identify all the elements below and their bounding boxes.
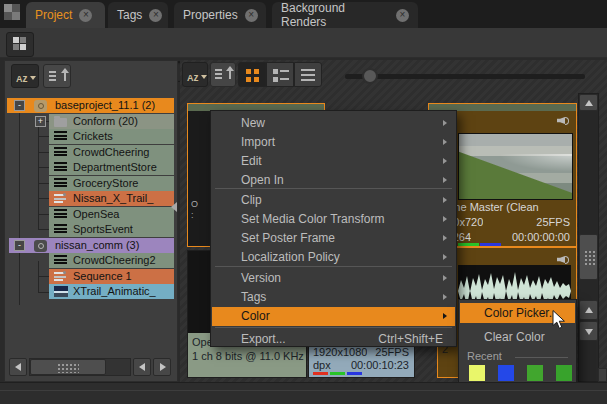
tree-row-nissan-comm[interactable]: - nissan_comm (3) (7, 238, 174, 253)
grid-sort-order-button[interactable] (210, 62, 236, 87)
menu-item-clip[interactable]: Clip (212, 191, 455, 210)
tree-sort-order-button[interactable] (43, 64, 71, 88)
vscroll-up-button[interactable] (579, 94, 598, 111)
close-icon[interactable]: × (149, 9, 162, 22)
scrollbar-corner (598, 368, 607, 382)
tree-row-departmentstore[interactable]: DepartmentStore (7, 160, 174, 175)
audio-clip-icon (54, 147, 67, 158)
hscroll-left-button[interactable] (9, 358, 27, 376)
tab-tags[interactable]: Tags × (108, 2, 168, 28)
tree-row-grocerystore[interactable]: GroceryStore (7, 176, 174, 191)
sort-ascending-icon (64, 69, 66, 81)
menu-separator (215, 327, 452, 328)
tree-row-nissan-x-trail[interactable]: Nissan_X_Trail_ (7, 191, 174, 206)
context-menu: New Import Edit Open In Clip Set Media C… (210, 110, 457, 347)
tab-properties[interactable]: Properties × (174, 2, 266, 28)
audio-clip-icon (54, 224, 67, 235)
submenu-arrow-icon (443, 158, 447, 164)
view-layout-button[interactable] (6, 32, 34, 57)
color-swatch[interactable] (498, 365, 514, 381)
expander-icon[interactable]: + (35, 116, 46, 127)
menu-item-set-poster-frame[interactable]: Set Poster Frame (212, 229, 455, 248)
menu-item-edit[interactable]: Edit (212, 152, 455, 171)
color-swatch[interactable] (469, 365, 485, 381)
menu-item-color[interactable]: Color (212, 307, 455, 326)
clip-thumbnail (458, 133, 573, 200)
chevron-down-icon (201, 75, 207, 79)
tree-sort-alpha-button[interactable]: Az (11, 64, 39, 88)
audio-clip-icon (54, 178, 67, 189)
color-swatch[interactable] (556, 365, 572, 381)
submenu-arrow-icon (443, 197, 447, 203)
vscroll-step-up-button[interactable] (579, 300, 598, 320)
color-swatch[interactable] (527, 365, 543, 381)
tree-row-conform[interactable]: + Conform (20) (7, 114, 174, 129)
panel-layout-icon[interactable] (4, 4, 20, 20)
pane-collapse-arrow[interactable] (171, 202, 177, 212)
tree-row-crowdcheering2[interactable]: CrowdCheering2 (7, 253, 174, 268)
menu-item-set-media-color-transform[interactable]: Set Media Color Transform (212, 210, 455, 229)
expander-icon[interactable]: - (14, 100, 25, 111)
sequence-icon (54, 271, 67, 282)
menu-item-import[interactable]: Import (212, 133, 455, 152)
tree-row-crickets[interactable]: Crickets (7, 129, 174, 144)
menu-item-new[interactable]: New (212, 114, 455, 133)
grip-dots-icon (584, 250, 595, 267)
sort-az-icon: Az (187, 73, 199, 83)
menu-separator (215, 266, 452, 267)
sort-az-icon: Az (16, 74, 28, 84)
project-bin-window: Project × Tags × Properties × Background… (0, 0, 607, 404)
status-bar-blue (347, 372, 362, 375)
status-bar-red (313, 372, 328, 375)
project-icon (34, 100, 47, 112)
view-mode-detail-button[interactable] (266, 62, 294, 87)
audio-clip-icon (54, 255, 67, 266)
status-bar-green (330, 372, 345, 375)
tab-label: Project (35, 8, 72, 22)
arrow-down-icon (585, 329, 593, 335)
submenu-arrow-icon (443, 216, 447, 222)
submenu-arrow-icon (443, 235, 447, 241)
vscroll-down-button[interactable] (579, 321, 598, 341)
project-tree-pane: Az - baseproject_11.1 (2) + Confor (4, 60, 178, 382)
hscroll-step-right-button[interactable] (153, 358, 171, 376)
mouse-cursor (552, 310, 566, 330)
hscroll-thumb[interactable] (30, 359, 106, 375)
sort-ascending-icon (229, 67, 231, 79)
menu-item-export[interactable]: Export... Ctrl+Shift+E (212, 330, 455, 349)
tab-label: Properties (183, 8, 238, 22)
view-mode-grid-button[interactable] (238, 62, 266, 87)
expander-icon[interactable]: - (14, 240, 25, 251)
menu-item-tags[interactable]: Tags (212, 288, 455, 307)
view-mode-list-button[interactable] (294, 62, 322, 87)
recent-divider (515, 357, 568, 358)
close-icon[interactable]: × (396, 9, 409, 22)
tree-row-sportsevent[interactable]: SportsEvent (7, 222, 174, 237)
close-icon[interactable]: × (79, 9, 92, 22)
hscroll-step-left-button[interactable] (133, 358, 151, 376)
submenu-arrow-icon (443, 275, 447, 281)
speaker-icon[interactable] (557, 115, 570, 126)
tree-row-opensea[interactable]: OpenSea (7, 207, 174, 222)
status-bar-green (458, 243, 479, 246)
tab-project[interactable]: Project × (26, 2, 105, 28)
audio-clip-icon (54, 131, 67, 142)
menu-item-localization-policy[interactable]: Localization Policy (212, 248, 455, 267)
grid-sort-alpha-button[interactable]: Az (182, 62, 208, 87)
submenu-arrow-icon (443, 294, 447, 300)
tree-row-baseproject[interactable]: - baseproject_11.1 (2) (7, 98, 174, 113)
speaker-icon[interactable] (557, 254, 570, 265)
tree-row-xtrail-animatic[interactable]: XTrail_Animatic_ (7, 284, 174, 299)
thumbnail-size-slider-knob[interactable] (362, 68, 378, 84)
chevron-down-icon (30, 76, 36, 80)
sequence-icon (54, 193, 67, 204)
close-icon[interactable]: × (245, 9, 258, 22)
bottom-strip (0, 382, 607, 404)
tree-row-sequence1[interactable]: Sequence 1 (7, 269, 174, 284)
menu-item-version[interactable]: Version (212, 269, 455, 288)
vscroll-thumb[interactable] (579, 234, 598, 280)
arrow-left-icon (139, 363, 145, 371)
tree-row-crowdcheering[interactable]: CrowdCheering (7, 145, 174, 160)
thumbnail-size-slider-track[interactable] (345, 74, 585, 79)
tab-background-renders[interactable]: Background Renders × (272, 2, 418, 28)
